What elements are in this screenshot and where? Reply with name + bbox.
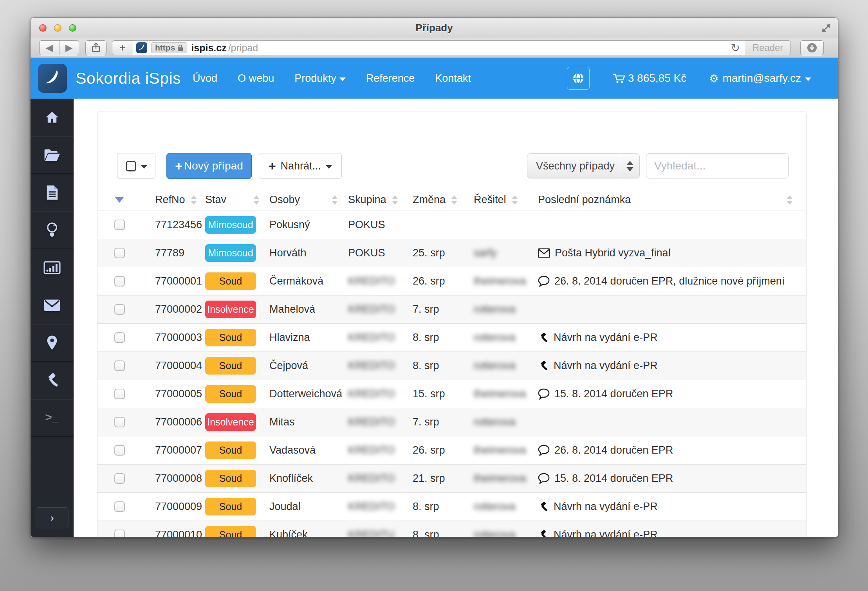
column-header-zmena[interactable]: Změna — [404, 194, 465, 206]
search-input[interactable] — [646, 153, 789, 178]
language-button[interactable] — [567, 67, 590, 90]
row-checkbox-cell — [97, 445, 141, 456]
filter-column-header[interactable] — [97, 197, 141, 203]
row-checkbox[interactable] — [114, 360, 125, 371]
change-cell: 8. srp — [404, 332, 465, 344]
note-cell: 15. 8. 2014 doručen EPR — [529, 388, 806, 400]
back-button[interactable]: ◀ — [40, 41, 60, 55]
table-row[interactable]: 77000010 Soud Kubíček KREDITU 8. srp rot… — [97, 521, 806, 537]
sidebar-item-auctions[interactable] — [31, 362, 74, 399]
case-filter-select[interactable]: Všechny případy — [527, 153, 640, 178]
table-row[interactable]: 77000004 Soud Čejpová KREDITO 8. srp rot… — [97, 352, 806, 380]
new-case-button[interactable]: + Nový případ — [166, 153, 252, 179]
status-cell: Soud — [199, 526, 262, 537]
refno-cell: 77789 — [141, 247, 199, 259]
sidebar-item-cases[interactable] — [31, 136, 74, 174]
zoom-window-button[interactable] — [69, 24, 76, 32]
row-checkbox[interactable] — [114, 332, 125, 343]
change-cell: 7. srp — [404, 303, 465, 315]
table-row[interactable]: 77789 Mimosoud Horváth POKUS 25. srp sar… — [97, 239, 806, 267]
https-badge: https — [151, 42, 187, 53]
column-header-skupina[interactable]: Skupina — [341, 194, 404, 206]
table-row[interactable]: 77000003 Soud Hlavizna KREDITO 8. srp ro… — [97, 324, 806, 352]
change-cell: 25. srp — [404, 247, 465, 259]
reload-icon[interactable]: ↻ — [731, 41, 740, 54]
filter-selected-value: Všechny případy — [527, 160, 620, 172]
nav-item-reference[interactable]: Reference — [356, 72, 425, 85]
close-window-button[interactable] — [39, 24, 47, 32]
brand[interactable]: Sokordia iSpis — [38, 64, 181, 93]
person-cell: Kubíček — [262, 529, 341, 537]
group-cell: POKUS — [341, 219, 404, 231]
sidebar-item-home[interactable] — [31, 99, 74, 136]
sidebar-item-ideas[interactable] — [31, 211, 74, 249]
table-row[interactable]: 77000007 Soud Vadasová KREDITO 26. srp t… — [97, 436, 806, 465]
sort-icon — [191, 195, 197, 205]
group-text: POKUS — [348, 219, 385, 231]
table-row[interactable]: 77000008 Soud Knoflíček KREDITO 21. srp … — [97, 465, 806, 493]
cart-summary[interactable]: 3 865,85 Kč — [612, 72, 686, 85]
person-cell: Horváth — [262, 247, 341, 259]
table-row[interactable]: 77000002 Insolvence Mahelová KREDITO 7. … — [97, 296, 806, 324]
sidebar-item-terminal[interactable]: >_ — [31, 399, 74, 437]
row-checkbox[interactable] — [114, 220, 125, 230]
group-cell: KREDITO — [341, 275, 404, 287]
cart-icon — [612, 72, 626, 84]
window-title: Případy — [415, 22, 453, 34]
row-checkbox[interactable] — [114, 417, 125, 427]
page-viewport: Sokordia iSpis ÚvodO webuProduktyReferen… — [31, 58, 838, 537]
nav-item-produkty[interactable]: Produkty — [284, 72, 356, 85]
row-checkbox[interactable] — [114, 473, 125, 484]
gavel-icon — [538, 332, 549, 343]
folder-open-icon — [44, 148, 60, 162]
nav-item-úvod[interactable]: Úvod — [182, 72, 227, 85]
table-row[interactable]: 77000006 Insolvence Mitas KREDITO 7. srp… — [97, 408, 806, 436]
table-row[interactable]: 77123456 Mimosoud Pokusný POKUS — [97, 211, 806, 239]
row-checkbox[interactable] — [114, 445, 125, 456]
comment-icon — [538, 473, 550, 484]
column-header-stav[interactable]: Stav — [199, 194, 262, 206]
resolver-text: rotterova — [474, 332, 516, 343]
select-all-dropdown[interactable] — [117, 153, 155, 179]
reader-button[interactable]: Reader — [745, 40, 791, 55]
person-cell: Čejpová — [262, 360, 341, 372]
note-text: Návrh na vydání e-PR — [554, 529, 658, 537]
column-header-resitel[interactable]: Řešitel — [465, 194, 529, 206]
column-header-refno[interactable]: RefNo — [141, 194, 199, 206]
address-bar[interactable]: https ispis.cz /pripad ↻ — [133, 40, 745, 55]
nav-item-o-webu[interactable]: O webu — [227, 72, 284, 85]
row-checkbox[interactable] — [114, 248, 125, 258]
forward-button[interactable]: ▶ — [60, 41, 79, 55]
sidebar-item-reports[interactable] — [31, 249, 74, 286]
table-row[interactable]: 77000005 Soud Dotterweichová KREDITO 15.… — [97, 380, 806, 408]
column-header-osoby[interactable]: Osoby — [262, 194, 341, 206]
sidebar-expand-button[interactable]: › — [36, 507, 69, 528]
nav-links: ÚvodO webuProduktyReferenceKontakt — [182, 72, 481, 85]
row-checkbox[interactable] — [114, 276, 125, 286]
change-cell: 26. srp — [404, 444, 465, 456]
nav-item-kontakt[interactable]: Kontakt — [425, 72, 481, 85]
table-row[interactable]: 77000009 Soud Joudal KREDITO 8. srp rott… — [97, 493, 806, 521]
sidebar-item-documents[interactable] — [31, 174, 74, 211]
window-titlebar: Případy — [31, 18, 838, 38]
fullscreen-icon[interactable] — [821, 23, 832, 34]
share-button[interactable] — [85, 40, 106, 55]
user-menu[interactable]: ⚙ martin@sarfy.cz — [709, 72, 811, 85]
minimize-window-button[interactable] — [54, 24, 61, 32]
row-checkbox[interactable] — [114, 501, 125, 512]
map-marker-icon — [47, 335, 58, 351]
table-row[interactable]: 77000001 Soud Čermáková KREDITO 26. srp … — [97, 267, 806, 296]
row-checkbox[interactable] — [114, 389, 125, 399]
downloads-button[interactable] — [800, 40, 824, 55]
new-case-label: Nový případ — [184, 160, 243, 172]
upload-dropdown-button[interactable]: + Nahrát... — [259, 153, 342, 179]
row-checkbox[interactable] — [114, 304, 125, 315]
new-tab-button[interactable]: + — [112, 40, 133, 55]
sidebar-item-messages[interactable] — [31, 286, 74, 324]
row-checkbox-cell — [97, 473, 141, 484]
group-text: KREDITO — [348, 416, 395, 428]
sidebar-item-map[interactable] — [31, 324, 74, 362]
column-header-poznamka[interactable]: Poslední poznámka — [529, 194, 806, 206]
row-checkbox[interactable] — [114, 530, 125, 537]
refno-cell: 77000006 — [141, 416, 199, 428]
